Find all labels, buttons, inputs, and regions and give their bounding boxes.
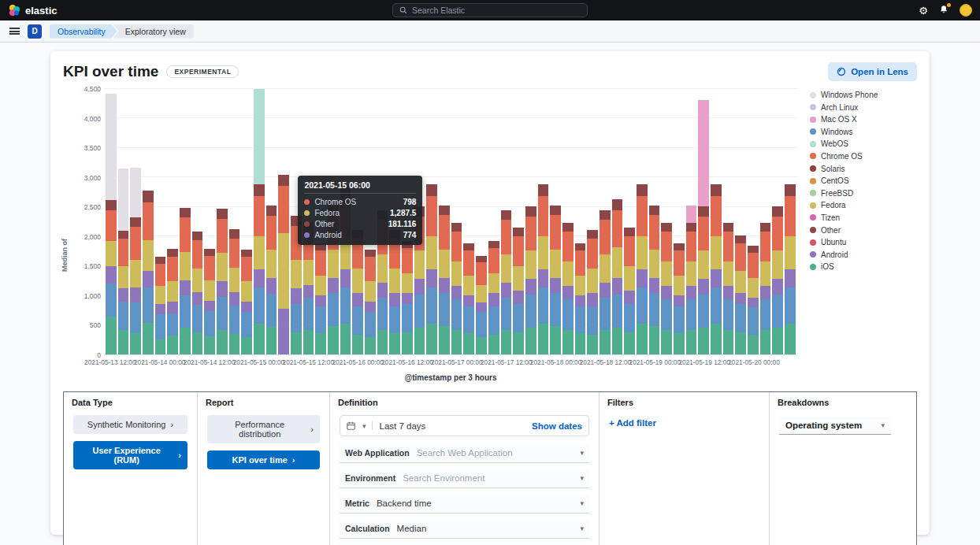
bar-segment[interactable]	[785, 324, 796, 354]
bar-segment[interactable]	[192, 240, 203, 269]
bar-segment[interactable]	[686, 261, 697, 286]
bar-segment[interactable]	[439, 326, 450, 354]
bar-segment[interactable]	[303, 231, 314, 260]
bar-segment[interactable]	[488, 293, 499, 306]
legend-item[interactable]: Arch Linux	[810, 103, 917, 112]
global-search[interactable]	[392, 3, 588, 17]
bar-segment[interactable]	[167, 257, 178, 281]
breakdown-select[interactable]: Operating system ▾	[779, 417, 891, 435]
bar-segment[interactable]	[414, 279, 425, 294]
bar-segment[interactable]	[254, 269, 265, 287]
bar-segment[interactable]	[291, 260, 302, 288]
bar-segment[interactable]	[328, 250, 339, 278]
bar-segment[interactable]	[303, 260, 314, 284]
bar-segment[interactable]	[402, 273, 413, 293]
bar-segment[interactable]	[760, 232, 771, 261]
bar-segment[interactable]	[550, 250, 561, 278]
bar-segment[interactable]	[513, 266, 524, 291]
bar-segment[interactable]	[118, 231, 129, 239]
bar-segment[interactable]	[352, 293, 363, 306]
bar-stack[interactable]	[649, 89, 660, 354]
alerts-bell-icon[interactable]	[939, 5, 948, 16]
bar-segment[interactable]	[377, 283, 388, 298]
bar-segment[interactable]	[254, 287, 265, 324]
bar-segment[interactable]	[106, 241, 117, 265]
bar-stack[interactable]	[550, 89, 561, 354]
bar-stack[interactable]	[711, 89, 722, 354]
bar-segment[interactable]	[426, 269, 437, 287]
bar-segment[interactable]	[451, 299, 462, 330]
bar-segment[interactable]	[106, 266, 117, 284]
bar-segment[interactable]	[723, 286, 734, 298]
legend-item[interactable]: Solaris	[810, 165, 917, 173]
bar-segment[interactable]	[476, 312, 487, 336]
bar-segment[interactable]	[180, 217, 191, 251]
breadcrumb-observability[interactable]: Observability	[50, 24, 117, 39]
bar-stack[interactable]	[513, 89, 524, 354]
bar-segment[interactable]	[291, 216, 302, 226]
bar-stack[interactable]	[686, 89, 697, 354]
bar-segment[interactable]	[241, 302, 252, 312]
show-dates-link[interactable]: Show dates	[532, 421, 582, 431]
bar-segment[interactable]	[600, 220, 611, 254]
bar-stack[interactable]	[402, 89, 413, 354]
bar-segment[interactable]	[217, 281, 228, 296]
legend-item[interactable]: Chrome OS	[810, 152, 917, 161]
bar-stack[interactable]	[772, 89, 783, 354]
bar-segment[interactable]	[711, 184, 722, 196]
bar-segment[interactable]	[229, 334, 240, 354]
bar-segment[interactable]	[649, 215, 660, 249]
bar-segment[interactable]	[649, 250, 660, 278]
bar-segment[interactable]	[513, 332, 524, 354]
bar-segment[interactable]	[130, 333, 141, 354]
legend-item[interactable]: Ubuntu	[810, 238, 917, 247]
bar-segment[interactable]	[192, 269, 203, 292]
bar-segment[interactable]	[463, 250, 474, 275]
definition-row-environment[interactable]: Environment▾	[340, 469, 589, 488]
bar-segment[interactable]	[106, 284, 117, 317]
bar-segment[interactable]	[340, 324, 351, 354]
bar-segment[interactable]	[340, 236, 351, 269]
definition-input-environment[interactable]	[403, 473, 575, 483]
legend-item[interactable]: Windows Phone	[810, 91, 917, 99]
bar-stack[interactable]	[204, 89, 215, 354]
bar-segment[interactable]	[155, 286, 166, 303]
bar-segment[interactable]	[735, 235, 746, 243]
bar-segment[interactable]	[389, 293, 400, 306]
bar-segment[interactable]	[587, 239, 598, 268]
bar-segment[interactable]	[180, 328, 191, 354]
bar-segment[interactable]	[328, 293, 339, 326]
bar-segment[interactable]	[143, 202, 154, 240]
bar-segment[interactable]	[550, 278, 561, 293]
bar-segment[interactable]	[735, 243, 746, 270]
bar-segment[interactable]	[463, 306, 474, 333]
bar-stack[interactable]	[303, 89, 314, 354]
bar-segment[interactable]	[365, 281, 376, 301]
bar-segment[interactable]	[217, 330, 228, 354]
bar-segment[interactable]	[229, 292, 240, 305]
bar-segment[interactable]	[414, 217, 425, 250]
bar-segment[interactable]	[463, 243, 474, 250]
bar-segment[interactable]	[785, 196, 796, 236]
bar-stack[interactable]	[167, 89, 178, 354]
bar-segment[interactable]	[414, 295, 425, 328]
bar-stack[interactable]	[501, 89, 512, 354]
bar-segment[interactable]	[130, 260, 141, 287]
bar-segment[interactable]	[315, 243, 326, 250]
bar-segment[interactable]	[624, 228, 635, 236]
add-filter-link[interactable]: + Add filter	[609, 415, 656, 428]
bar-segment[interactable]	[550, 206, 561, 216]
bar-segment[interactable]	[624, 304, 635, 332]
bar-segment[interactable]	[600, 298, 611, 329]
bar-stack[interactable]	[674, 89, 685, 354]
bar-segment[interactable]	[254, 184, 265, 196]
bar-segment[interactable]	[254, 196, 265, 236]
bar-segment[interactable]	[698, 206, 709, 217]
bar-segment[interactable]	[723, 223, 734, 232]
bar-segment[interactable]	[723, 232, 734, 261]
bar-stack[interactable]	[624, 89, 635, 354]
legend-item[interactable]: Windows	[810, 128, 917, 136]
bar-segment[interactable]	[130, 227, 141, 260]
bar-segment[interactable]	[538, 324, 549, 354]
bar-segment[interactable]	[488, 306, 499, 335]
